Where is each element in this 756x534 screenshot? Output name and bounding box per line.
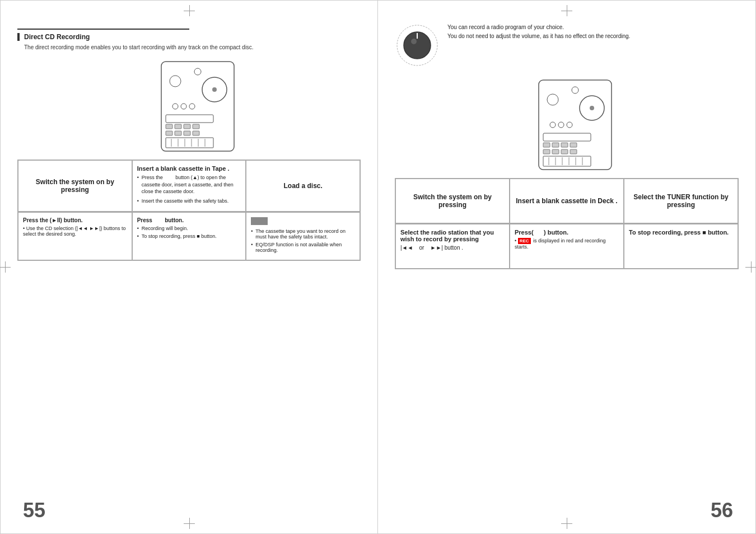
knob-svg <box>395 23 440 68</box>
svg-rect-42 <box>552 149 559 154</box>
radio-info-block: You can record a radio program of your c… <box>447 23 630 41</box>
page-number-left: 55 <box>23 499 45 522</box>
svg-rect-16 <box>193 131 199 135</box>
step2-detail-1: Press the button (▲) to open the cassett… <box>137 174 241 195</box>
rbstep3-label: To stop recording, press ■ button. <box>629 229 733 236</box>
svg-point-32 <box>590 106 594 110</box>
svg-rect-9 <box>166 124 172 129</box>
top-steps-grid-left: Switch the system on by pressing Insert … <box>17 160 361 212</box>
page-number-right: 56 <box>711 499 733 522</box>
device-illustration-left <box>17 56 361 154</box>
svg-rect-41 <box>543 149 550 154</box>
bstep1-label: Press the (►II) button. <box>23 217 127 223</box>
bstep2-label: Press button. <box>137 217 241 223</box>
top-crosshair-left <box>184 5 195 16</box>
svg-rect-10 <box>175 124 181 129</box>
step2-detail: Press the button (▲) to open the cassett… <box>137 174 241 204</box>
svg-rect-8 <box>166 115 213 123</box>
svg-rect-14 <box>175 131 181 135</box>
svg-point-33 <box>550 122 556 128</box>
svg-rect-36 <box>543 133 591 141</box>
rbstep2-rec: • REC is displayed in red and recording … <box>515 238 619 250</box>
rec-badge: REC <box>518 238 531 244</box>
svg-point-30 <box>547 94 558 105</box>
device-svg-left <box>128 56 251 154</box>
rbstep1-cell: Select the radio station that you wish t… <box>395 224 510 269</box>
bstep1-detail: • Use the CD selection (|◄◄ ►►|) buttons… <box>23 226 127 237</box>
bstep3-detail-1: The cassette tape you want to record on … <box>251 228 355 240</box>
bstep2-detail: Recording will begin. To stop recording,… <box>137 226 241 239</box>
svg-point-26 <box>411 39 417 44</box>
svg-point-29 <box>572 87 578 93</box>
rec-indicator <box>251 217 268 225</box>
svg-rect-15 <box>184 131 190 135</box>
device-illustration-right <box>395 74 739 172</box>
svg-point-4 <box>212 87 217 92</box>
step2-cell: Insert a blank cassette in Tape . Press … <box>132 160 246 212</box>
left-page: Direct CD Recording The direct recording… <box>1 1 378 533</box>
bstep2-detail-2: To stop recording, press ■ button. <box>137 233 241 239</box>
bstep2-cell: Press button. Recording will begin. To s… <box>132 212 246 260</box>
step1-cell: Switch the system on by pressing <box>18 160 132 212</box>
radio-section-header: You can record a radio program of your c… <box>395 23 739 69</box>
rstep1-cell: Switch the system on by pressing <box>395 179 510 223</box>
svg-rect-43 <box>561 149 568 154</box>
step2-detail-2: Insert the cassette with the safety tabs… <box>137 198 241 205</box>
section-divider-left <box>17 29 189 30</box>
bstep1-cell: Press the (►II) button. • Use the CD sel… <box>18 212 132 260</box>
bottom-steps-grid-left: Press the (►II) button. • Use the CD sel… <box>17 212 361 261</box>
left-crosshair <box>0 261 11 273</box>
svg-rect-44 <box>570 149 577 154</box>
bottom-crosshair-right <box>561 518 572 529</box>
top-steps-grid-right: Switch the system on by pressing Insert … <box>395 178 739 224</box>
radio-info-line1: You can record a radio program of your c… <box>447 23 630 32</box>
right-crosshair <box>745 261 756 273</box>
section-title-left: Direct CD Recording <box>17 33 361 41</box>
rbstep2-detail: • REC is displayed in red and recording … <box>515 238 619 250</box>
svg-point-2 <box>170 76 181 87</box>
bottom-crosshair-left <box>184 518 195 529</box>
knob-container <box>395 23 440 69</box>
step3-label: Load a disc. <box>283 182 322 190</box>
svg-point-34 <box>558 122 564 128</box>
svg-rect-39 <box>561 143 568 147</box>
device-svg-right <box>505 74 628 172</box>
right-page: You can record a radio program of your c… <box>378 1 755 533</box>
svg-rect-12 <box>193 124 199 129</box>
svg-point-5 <box>172 104 178 109</box>
bstep3-detail-2: EQ/DSP function is not available when re… <box>251 242 355 253</box>
radio-info-line2: You do not need to adjust the volume, as… <box>447 32 630 41</box>
rbstep1-buttons: |◄◄ or ►►| button . <box>400 245 505 251</box>
step3-cell: Load a disc. <box>246 160 360 212</box>
rstep1-label: Switch the system on by pressing <box>400 193 505 209</box>
top-crosshair-right <box>561 5 572 16</box>
section-desc-left: The direct recording mode enables you to… <box>24 44 361 50</box>
svg-point-6 <box>181 104 186 109</box>
rstep2-label: Insert a blank cassette in Deck . <box>516 197 617 205</box>
rstep3-label: Select the TUNER function by pressing <box>629 193 733 209</box>
svg-rect-45 <box>543 156 591 166</box>
rbstep2-label: Press( ) button. <box>515 229 619 236</box>
bstep2-detail-1: Recording will begin. <box>137 226 241 231</box>
svg-point-7 <box>189 104 195 109</box>
bstep3-detail: The cassette tape you want to record on … <box>251 228 355 253</box>
svg-rect-17 <box>166 138 213 148</box>
svg-rect-38 <box>552 143 559 147</box>
rbstep1-label: Select the radio station that you wish t… <box>400 229 505 242</box>
step1-label: Switch the system on by pressing <box>23 178 127 194</box>
svg-point-35 <box>567 122 572 128</box>
svg-rect-40 <box>570 143 577 147</box>
rstep3-cell: Select the TUNER function by pressing <box>624 179 738 223</box>
svg-point-1 <box>194 68 201 75</box>
svg-rect-37 <box>543 143 550 147</box>
svg-rect-11 <box>184 124 190 129</box>
svg-rect-13 <box>166 131 172 135</box>
bstep3-cell: The cassette tape you want to record on … <box>246 212 360 260</box>
bottom-steps-grid-right: Select the radio station that you wish t… <box>395 224 739 269</box>
step2-label: Insert a blank cassette in Tape . <box>137 165 241 172</box>
rbstep2-cell: Press( ) button. • REC is displayed in r… <box>510 224 624 269</box>
rbstep3-cell: To stop recording, press ■ button. <box>624 224 738 269</box>
rstep2-cell: Insert a blank cassette in Deck . <box>510 179 624 223</box>
